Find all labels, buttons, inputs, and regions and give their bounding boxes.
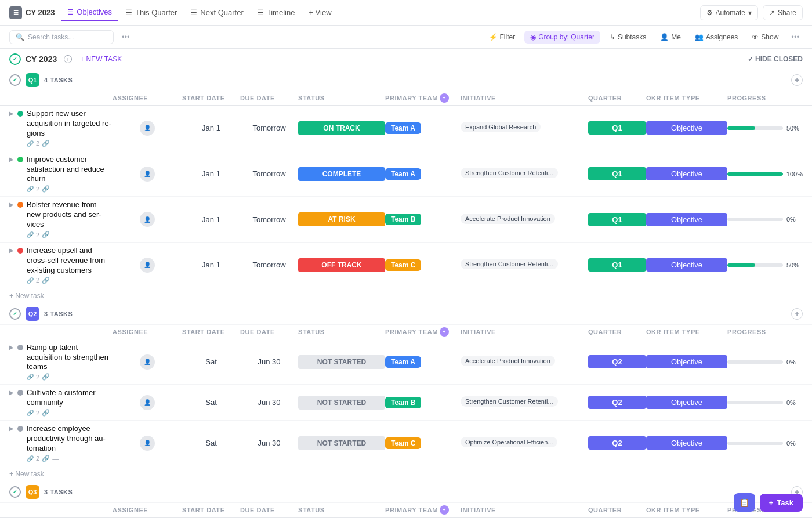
initiative-badge[interactable]: Strengthen Customer Retenti... [461,259,558,269]
hide-closed-button[interactable]: ✓ HIDE CLOSED [748,55,803,63]
task-name-text[interactable]: Increase upsell and cross-sell revenue f… [27,246,113,276]
quarter-toggle-q1[interactable] [9,74,21,86]
task-name-text[interactable]: Support new user acquisition in targeted… [27,109,113,139]
subtasks-button[interactable]: ↳ Subtasks [605,31,651,44]
new-task-year-button[interactable]: + NEW TASK [80,55,122,63]
task-name-text[interactable]: Improve customer satisfaction and reduce… [27,155,113,184]
tab-timeline[interactable]: ☰ Timeline [252,5,301,20]
expand-arrow[interactable]: ▶ [9,425,14,432]
status-cell[interactable]: COMPLETE [298,167,385,181]
task-name-text[interactable]: Bolster revenue from new products and se… [27,200,113,230]
table-row: ▶ Improve customer satisfaction and redu… [0,151,812,197]
share-button[interactable]: ↗ Share [763,5,803,20]
initiative-cell: Optimize Operational Efficien... [461,437,588,449]
quarter-header-q3: Q3 3 TASKS + [0,482,812,503]
status-badge[interactable]: OFF TRACK [298,258,385,272]
initiative-badge[interactable]: Expand Global Research [461,122,541,132]
quarter-add-button-q2[interactable]: + [791,308,803,320]
status-cell[interactable]: NOT STARTED [298,355,385,369]
task-name-content: Increase upsell and cross-sell revenue f… [27,246,113,284]
status-cell[interactable]: OFF TRACK [298,258,385,272]
status-badge[interactable]: COMPLETE [298,167,385,181]
new-task-row[interactable]: + New task [0,288,812,303]
clipboard-button[interactable]: 📋 [734,493,755,512]
team-badge[interactable]: Team A [385,168,421,180]
initiative-cell: Strengthen Customer Retenti... [461,168,588,180]
automate-button[interactable]: ⚙ Automate ▾ [700,5,758,20]
initiative-badge[interactable]: Accelerate Product Innovation [461,214,555,224]
add-task-button[interactable]: + Task [760,494,803,512]
status-badge[interactable]: AT RISK [298,212,385,226]
team-badge[interactable]: Team C [385,437,421,449]
expand-arrow[interactable]: ▶ [9,389,14,396]
quarter-badge-q3: Q3 [26,485,39,499]
task-name-text[interactable]: Ramp up talent acquisition to strengthen… [27,343,113,372]
initiative-badge[interactable]: Strengthen Customer Retenti... [461,396,558,407]
quarter-toggle-q2[interactable] [9,308,21,320]
team-add-icon[interactable]: + [440,93,449,103]
tab-objectives[interactable]: ☰ Objectives [61,4,118,21]
filter-button[interactable]: ⚡ Filter [484,31,520,44]
status-badge[interactable]: ON TRACK [298,121,385,135]
expand-arrow[interactable]: ▶ [9,156,14,162]
dash-icon: — [52,374,59,381]
quarter-toggle-q3[interactable] [9,486,21,498]
team-badge[interactable]: Team A [385,356,421,368]
initiative-badge[interactable]: Optimize Operational Efficien... [461,437,557,447]
status-badge[interactable]: NOT STARTED [298,436,385,450]
link-icon: 🔗 [42,277,50,284]
col-due-date: DUE DATE [240,95,298,102]
status-cell[interactable]: AT RISK [298,212,385,226]
show-button[interactable]: 👁 Show [747,31,783,44]
expand-arrow[interactable]: ▶ [9,247,14,254]
team-add-icon[interactable]: + [440,327,449,337]
team-badge[interactable]: Team C [385,259,421,271]
status-badge[interactable]: NOT STARTED [298,355,385,369]
subtasks-icon: ↳ [610,33,615,41]
toolbar-more-right[interactable]: ••• [788,30,803,44]
team-badge[interactable]: Team A [385,122,421,134]
tab-this-quarter[interactable]: ☰ This Quarter [120,5,183,20]
avatar[interactable]: 👤 [140,395,155,410]
top-navigation: ☰ CY 2023 ☰ Objectives ☰ This Quarter ☰ … [0,0,812,26]
workspace-logo[interactable]: ☰ CY 2023 [9,6,55,19]
expand-arrow[interactable]: ▶ [9,344,14,350]
status-badge[interactable]: NOT STARTED [298,396,385,410]
task-name-text[interactable]: Increase employee productivity through a… [27,424,113,454]
avatar[interactable]: 👤 [140,436,155,451]
me-label: Me [671,33,681,41]
new-task-row[interactable]: + New task [0,466,812,482]
group-by-button[interactable]: ◉ Group by: Quarter [524,31,600,44]
expand-arrow[interactable]: ▶ [9,201,14,208]
status-cell[interactable]: ON TRACK [298,121,385,135]
bottom-actions: 📋 + Task [734,493,803,512]
okr-type-cell: Objective [646,258,727,272]
tab-timeline-label: Timeline [267,8,295,17]
status-cell[interactable]: NOT STARTED [298,396,385,410]
avatar[interactable]: 👤 [140,212,155,227]
team-badge[interactable]: Team B [385,397,421,408]
tab-next-quarter[interactable]: ☰ Next Quarter [185,5,249,20]
task-name-text[interactable]: Cultivate a customer community [27,388,113,408]
search-input[interactable]: 🔍 Search tasks... [9,30,114,44]
quarter-add-button-q1[interactable]: + [791,74,803,86]
avatar[interactable]: 👤 [140,354,155,370]
quarter-header-q1: Q1 4 TASKS + [0,70,812,91]
assignees-button[interactable]: 👥 Assignees [690,31,742,44]
me-button[interactable]: 👤 Me [655,31,686,44]
table-row: ▶ Ramp up talent acquisition to strength… [0,339,812,385]
assignee-cell: 👤 [113,258,182,273]
avatar[interactable]: 👤 [140,121,155,136]
avatar[interactable]: 👤 [140,258,155,273]
avatar[interactable]: 👤 [140,167,155,182]
tab-add-view[interactable]: + View [303,5,337,20]
initiative-badge[interactable]: Strengthen Customer Retenti... [461,168,558,178]
toolbar-more-button[interactable]: ••• [118,30,133,44]
initiative-badge[interactable]: Accelerate Product Innovation [461,356,555,366]
status-cell[interactable]: NOT STARTED [298,436,385,450]
table-row: ▶ Increase upsell and cross-sell revenue… [0,243,812,288]
team-badge[interactable]: Team B [385,214,421,225]
expand-arrow[interactable]: ▶ [9,110,14,117]
team-add-icon[interactable]: + [440,505,449,515]
main-content: CY 2023 i + NEW TASK ✓ HIDE CLOSED Q1 4 … [0,49,812,521]
